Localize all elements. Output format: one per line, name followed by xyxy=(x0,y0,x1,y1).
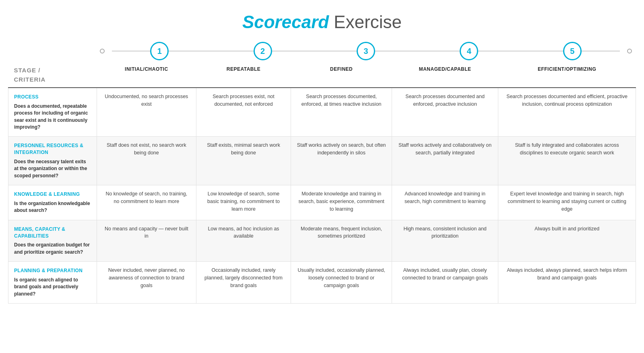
data-col5-row1: Staff is fully integrated and collaborat… xyxy=(498,137,636,185)
criteria-question-1: Does the necessary talent exits at the o… xyxy=(14,158,91,179)
col5-label: EFFICIENT/OPTIMIZING xyxy=(538,66,596,72)
data-col5-row0: Search processes documented and efficien… xyxy=(498,88,636,137)
stage-criteria-label: STAGE /CRITERIA xyxy=(14,66,91,84)
stage-node-3: 3 xyxy=(314,42,417,60)
data-col2-row1: Staff exists, minimal search work being … xyxy=(196,137,291,185)
title-highlight: Scorecard xyxy=(242,12,329,32)
data-col5-row4: Always included, always planned, search … xyxy=(498,262,636,304)
data-col2-row2: Low knowledge of search, some basic trai… xyxy=(196,185,291,220)
data-col1-row4: Never included, never planned, no awaren… xyxy=(97,262,196,304)
title-rest: Exercise xyxy=(329,12,402,32)
col-header-1: INITIAL/CHAOTIC xyxy=(97,61,196,88)
data-col4-row2: Advanced knowledge and training in searc… xyxy=(392,185,498,220)
data-col4-row1: Staff works actively and collaboratively… xyxy=(392,137,498,185)
criteria-cell-2: KNOWLEDGE & LEARNING Is the organization… xyxy=(8,185,97,220)
criteria-cell-4: PLANNING & PREPARATION Is organic search… xyxy=(8,262,97,304)
criteria-title-2: KNOWLEDGE & LEARNING xyxy=(14,191,91,198)
timeline-end-right xyxy=(624,42,632,60)
data-col4-row3: High means, consistent inclusion and pri… xyxy=(392,220,498,261)
data-col4-row4: Always included, usually plan, closely c… xyxy=(392,262,498,304)
data-col1-row2: No knowledge of search, no training, no … xyxy=(97,185,196,220)
criteria-title-3: MEANS, CAPACITY & CAPABILITIES xyxy=(14,226,91,240)
table-row: MEANS, CAPACITY & CAPABILITIES Does the … xyxy=(8,220,636,261)
criteria-question-0: Does a documented, repeatable process fo… xyxy=(14,103,91,131)
col-header-2: REPEATABLE xyxy=(196,61,291,88)
criteria-cell-1: PERSONNEL RESOURCES & INTEGRATION Does t… xyxy=(8,137,97,185)
col-header-5: EFFICIENT/OPTIMIZING xyxy=(498,61,636,88)
table-header-row: STAGE /CRITERIA INITIAL/CHAOTIC REPEATAB… xyxy=(8,61,636,88)
criteria-title-4: PLANNING & PREPARATION xyxy=(14,267,91,274)
stage-node-1: 1 xyxy=(108,42,211,60)
criteria-title-1: PERSONNEL RESOURCES & INTEGRATION xyxy=(14,142,91,156)
col-header-4: MANAGED/CAPABLE xyxy=(392,61,498,88)
data-col1-row3: No means and capacity — never built in xyxy=(97,220,196,261)
page-title: Scorecard Exercise xyxy=(8,12,636,32)
data-col5-row3: Always built in and prioritized xyxy=(498,220,636,261)
data-col5-row2: Expert level knowledge and training in s… xyxy=(498,185,636,220)
col2-label: REPEATABLE xyxy=(227,66,261,72)
table-row: PLANNING & PREPARATION Is organic search… xyxy=(8,262,636,304)
scorecard-table: STAGE /CRITERIA INITIAL/CHAOTIC REPEATAB… xyxy=(8,61,636,304)
data-col1-row0: Undocumented, no search processes exist xyxy=(97,88,196,137)
data-col1-row1: Staff does not exist, no search work bei… xyxy=(97,137,196,185)
data-col3-row3: Moderate means, frequent inclusion, some… xyxy=(291,220,392,261)
data-col2-row3: Low means, ad hoc inclusion as available xyxy=(196,220,291,261)
stage-node-2: 2 xyxy=(211,42,314,60)
criteria-question-3: Does the organization budget for and pri… xyxy=(14,242,91,256)
criteria-question-2: Is the organization knowledgable about s… xyxy=(14,200,91,214)
stage-node-4: 4 xyxy=(417,42,520,60)
criteria-cell-0: PROCESS Does a documented, repeatable pr… xyxy=(8,88,97,137)
data-col3-row0: Search processes documented, enforced, a… xyxy=(291,88,392,137)
table-row: KNOWLEDGE & LEARNING Is the organization… xyxy=(8,185,636,220)
data-col3-row2: Moderate knowledge and training in searc… xyxy=(291,185,392,220)
timeline: 1 2 3 4 5 xyxy=(100,42,632,60)
table-row: PROCESS Does a documented, repeatable pr… xyxy=(8,88,636,137)
data-col2-row0: Search processes exist, not documented, … xyxy=(196,88,291,137)
criteria-question-4: Is organic search aligned to brand goals… xyxy=(14,277,91,298)
col1-label: INITIAL/CHAOTIC xyxy=(125,66,168,72)
data-col3-row1: Staff works actively on search, but ofte… xyxy=(291,137,392,185)
criteria-cell-3: MEANS, CAPACITY & CAPABILITIES Does the … xyxy=(8,220,97,261)
table-row: PERSONNEL RESOURCES & INTEGRATION Does t… xyxy=(8,137,636,185)
data-col2-row4: Occasionally included, rarely planned, l… xyxy=(196,262,291,304)
data-col4-row0: Search processes documented and enforced… xyxy=(392,88,498,137)
col3-label: DEFINED xyxy=(330,66,353,72)
data-col3-row4: Usually included, occasionally planned, … xyxy=(291,262,392,304)
timeline-end-left xyxy=(100,42,108,60)
criteria-title-0: PROCESS xyxy=(14,94,91,101)
col-header-3: DEFINED xyxy=(291,61,392,88)
stage-criteria-header: STAGE /CRITERIA xyxy=(8,61,97,88)
col4-label: MANAGED/CAPABLE xyxy=(419,66,471,72)
stage-node-5: 5 xyxy=(521,42,624,60)
